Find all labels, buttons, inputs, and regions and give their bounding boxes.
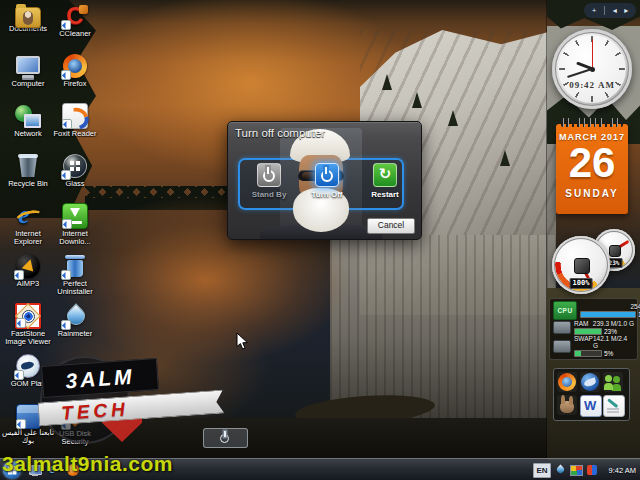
calendar-weekday: SUNDAY — [556, 188, 628, 199]
clock-second-hand — [592, 39, 593, 69]
emule-icon[interactable] — [557, 395, 577, 415]
idm-icon — [62, 203, 88, 229]
icon-label: Computer — [12, 80, 45, 88]
monitor-row-line2: 23% — [574, 328, 634, 335]
monitor-row-line1: RAM239.3 M/1.0 G — [574, 320, 634, 327]
icon-label: Firefox — [64, 80, 87, 88]
tray-rainmeter-icon[interactable] — [556, 465, 566, 475]
monitor-bar-fill — [575, 351, 581, 356]
almtech-logo-band-top: 3ALM — [41, 358, 159, 398]
computer-icon — [15, 53, 41, 79]
power-glyph — [263, 170, 275, 182]
monitor-bar — [574, 350, 602, 357]
power-glyph — [321, 170, 333, 182]
cpu-chip-icon: CPU — [553, 301, 577, 320]
icon-label: Rainmeter — [58, 330, 93, 338]
shortcut-arrow-icon — [62, 219, 72, 229]
power-glyph-bar — [267, 167, 269, 174]
internet-explorer-icon — [15, 203, 41, 229]
shortcut-arrow-icon — [61, 170, 71, 180]
monitor-row-data: 2540 MHz100.0% — [580, 303, 640, 318]
language-indicator[interactable]: EN — [533, 463, 551, 478]
icon-label: Glass — [65, 180, 84, 188]
icon-label: Foxit Reader — [54, 130, 97, 138]
icon-label: AIMP3 — [17, 280, 40, 288]
documents-icon — [15, 7, 41, 28]
icon-label: Perfect Uninstaller — [47, 280, 103, 296]
dialog-option-turnoff[interactable]: Turn Off — [302, 160, 352, 206]
messenger-icon[interactable] — [603, 372, 623, 392]
desktop-icon-foxit-reader[interactable]: Foxit Reader — [46, 103, 104, 153]
word-icon[interactable] — [580, 395, 602, 417]
restart-icon — [373, 163, 397, 187]
firefox-icon — [62, 53, 88, 79]
monitor-bar — [580, 311, 636, 318]
monitor-row-line2: 100.0% — [580, 311, 640, 318]
monitor-row-value: 142.1 M/2.4 G — [593, 335, 634, 349]
desktop-icon-firefox[interactable]: Firefox — [46, 53, 104, 103]
recycle-bin-icon — [15, 153, 41, 179]
almtech-logo-text-bottom: TECH — [61, 399, 130, 423]
app-dock — [553, 368, 630, 421]
pine-tree — [412, 92, 422, 108]
tray-display-icon[interactable] — [570, 465, 583, 476]
shortcut-arrow-icon — [16, 419, 26, 429]
monitor-bar-fill — [575, 329, 601, 334]
almtech-logo: 3ALM TECH — [28, 354, 228, 442]
pine-tree — [500, 150, 510, 166]
dialog-option-label: Stand By — [252, 190, 287, 199]
dialog-option-standby[interactable]: Stand By — [244, 160, 294, 206]
gauge-hub — [609, 245, 621, 257]
standby-icon — [257, 163, 281, 187]
system-tray — [556, 465, 597, 476]
monitor-row-label: RAM — [574, 320, 588, 327]
thunderbird-icon[interactable] — [580, 372, 600, 392]
desktop-icon-rainmeter[interactable]: Rainmeter — [46, 303, 104, 353]
icon-label: Network — [14, 130, 42, 138]
cpu-gauge-gadget[interactable]: 100% — [552, 236, 610, 294]
monitor-bar — [574, 328, 602, 335]
shortcut-arrow-icon — [14, 270, 24, 280]
clock-hub — [590, 67, 595, 72]
rainmeter-icon — [62, 303, 88, 329]
mem-chip-icon — [553, 340, 571, 353]
firefox-icon[interactable] — [557, 372, 577, 392]
sidebar-control: + ◂ ▸ — [584, 3, 636, 18]
turn-off-dialog: Turn off computer Stand ByTurn OffRestar… — [227, 121, 422, 240]
icon-label: Recycle Bin — [8, 180, 48, 188]
shortcut-arrow-icon — [14, 370, 24, 380]
dialog-option-label: Restart — [371, 190, 399, 199]
desktop-icon-glass[interactable]: Glass — [46, 153, 104, 203]
monitor-row-ram: RAM239.3 M/1.0 G23% — [553, 320, 634, 335]
analog-clock-gadget[interactable]: 09:42 AM — [552, 29, 632, 109]
tray-messenger-icon[interactable] — [587, 465, 597, 475]
taskbar-right: EN 9:42 AM — [533, 463, 640, 478]
aimp3-icon — [15, 253, 41, 279]
monitor-row-data: RAM239.3 M/1.0 G23% — [574, 320, 634, 335]
faststone-icon — [15, 303, 41, 329]
shortcut-arrow-icon — [61, 70, 71, 80]
shortcut-arrow-icon — [61, 320, 71, 330]
taskbar-clock[interactable]: 9:42 AM — [602, 466, 636, 475]
watermark-text: 3almalt9nia.com — [2, 452, 173, 476]
dialog-option-restart[interactable]: Restart — [360, 160, 410, 206]
desktop-icon-idm[interactable]: Internet Downlo... — [46, 203, 104, 253]
monitor-row-cpu: CPU2540 MHz100.0% — [553, 301, 634, 320]
pine-tree — [382, 74, 392, 90]
add-gadget-button[interactable]: + — [592, 3, 597, 18]
clock-digital-time: 09:42 AM — [552, 80, 632, 90]
desktop-icon-perfect-uninstaller[interactable]: Perfect Uninstaller — [46, 253, 104, 303]
prev-gadget-button[interactable]: ◂ — [613, 3, 617, 18]
gauge-hub — [574, 258, 590, 274]
shortcut-arrow-icon — [16, 318, 26, 328]
monitor-row-swap: SWAP142.1 M/2.4 G5% — [553, 335, 634, 357]
next-gadget-button[interactable]: ▸ — [624, 3, 628, 18]
cancel-button[interactable]: Cancel — [367, 218, 415, 234]
monitor-row-line2: 5% — [574, 350, 634, 357]
desktop-screen: DocumentsComputerNetworkRecycle BinInter… — [0, 0, 640, 480]
shortcut-arrow-icon — [62, 119, 72, 129]
calendar-gadget[interactable]: MARCH 2017 26 SUNDAY — [556, 124, 628, 214]
writer-icon[interactable] — [603, 395, 625, 417]
desktop-icon-ccleaner[interactable]: CCleaner — [46, 3, 104, 53]
icon-label: CCleaner — [59, 30, 91, 38]
